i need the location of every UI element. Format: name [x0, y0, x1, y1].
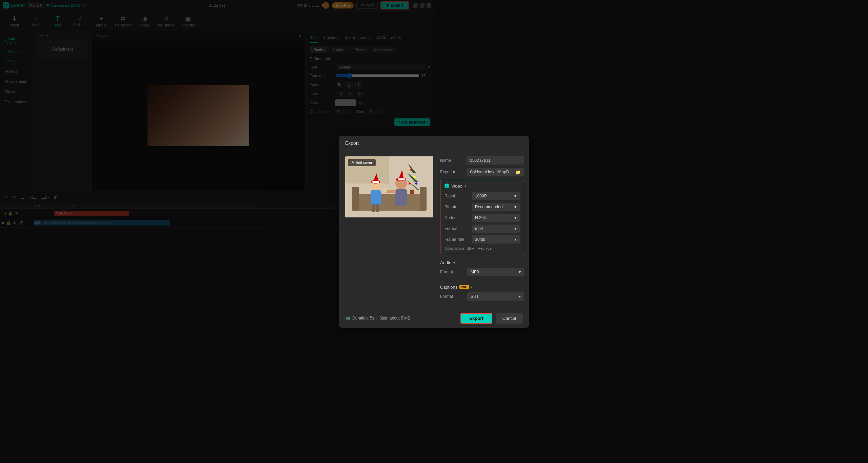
preview-image-container: ✎ Edit cover [345, 156, 433, 217]
modal-body: ✎ Edit cover Name Export to C:/Users/Jas… [339, 151, 434, 232]
modal-overlay: Export [0, 0, 434, 231]
svg-point-8 [409, 182, 411, 185]
svg-point-6 [410, 169, 412, 171]
svg-rect-19 [376, 204, 379, 212]
svg-rect-10 [355, 194, 423, 211]
modal-header: Export [339, 136, 434, 151]
edit-cover-button[interactable]: ✎ Edit cover [348, 159, 376, 166]
svg-rect-12 [420, 187, 427, 211]
svg-rect-23 [398, 178, 405, 180]
svg-point-26 [383, 188, 387, 192]
export-modal: Export [339, 136, 434, 232]
svg-rect-25 [386, 190, 396, 193]
svg-rect-16 [372, 181, 379, 183]
svg-point-9 [415, 182, 417, 185]
modal-preview: ✎ Edit cover [345, 156, 433, 232]
svg-rect-18 [372, 204, 375, 212]
edit-icon: ✎ [351, 160, 354, 165]
svg-rect-11 [352, 187, 359, 211]
edit-cover-label: Edit cover [356, 160, 372, 165]
svg-rect-17 [371, 190, 381, 206]
svg-point-7 [414, 176, 416, 178]
svg-rect-24 [395, 189, 407, 206]
